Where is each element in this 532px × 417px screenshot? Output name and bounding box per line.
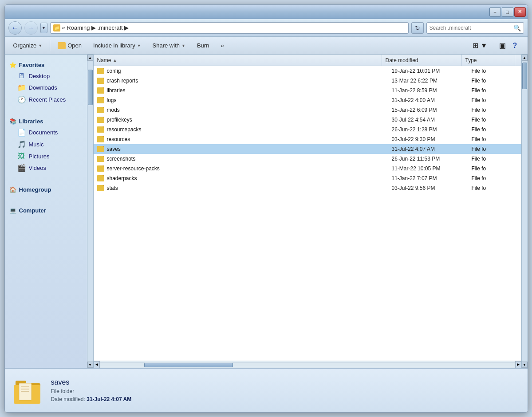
organize-button[interactable]: Organize ▼ bbox=[8, 39, 47, 53]
folder-icon bbox=[97, 97, 104, 103]
folder-icon bbox=[97, 185, 104, 191]
main-window: – □ ✕ ← → ▼ 📁 « Roaming ▶ .minecraft ▶ ↻… bbox=[4, 4, 528, 413]
sidebar-scrollbar[interactable]: ▲ ▼ bbox=[87, 55, 93, 368]
share-with-button[interactable]: Share with ▼ bbox=[148, 39, 190, 53]
status-bar: saves File folder Date modified: 31-Jul-… bbox=[5, 368, 528, 412]
file-cell-name: mods bbox=[94, 105, 388, 115]
sidebar-item-downloads[interactable]: 📁 Downloads bbox=[5, 82, 93, 94]
sidebar-item-desktop[interactable]: 🖥 Desktop bbox=[5, 70, 93, 82]
file-name: config bbox=[107, 68, 121, 74]
h-scroll-left-btn[interactable]: ◀ bbox=[94, 361, 100, 368]
maximize-button[interactable]: □ bbox=[502, 7, 513, 17]
sidebar-item-documents[interactable]: 📄 Documents bbox=[5, 126, 93, 138]
include-library-button[interactable]: Include in library ▼ bbox=[88, 39, 146, 53]
file-row[interactable]: saves 31-Jul-22 4:07 AM File fo bbox=[94, 144, 521, 154]
file-cell-date: 19-Jan-22 10:01 PM bbox=[388, 66, 468, 76]
file-cell-date: 03-Jul-22 9:56 PM bbox=[388, 183, 468, 193]
libraries-header: 📚 Libraries bbox=[5, 114, 93, 126]
file-cell-date: 11-Mar-22 10:05 PM bbox=[388, 164, 468, 173]
file-cell-date: 26-Jun-22 1:28 PM bbox=[388, 125, 468, 134]
recent-label: Recent Places bbox=[29, 96, 89, 103]
open-button[interactable]: Open bbox=[53, 39, 87, 53]
file-scrollbar[interactable]: ▲ ▼ bbox=[521, 55, 528, 368]
computer-icon: 💻 bbox=[9, 207, 16, 214]
file-cell-date: 31-Jul-22 4:07 AM bbox=[388, 144, 468, 154]
burn-label: Burn bbox=[197, 42, 209, 49]
col-header-date[interactable]: Date modified bbox=[382, 55, 462, 66]
search-bar[interactable]: 🔍 bbox=[426, 22, 524, 34]
folder-icon bbox=[97, 87, 104, 94]
file-cell-name: resources bbox=[94, 134, 388, 144]
toolbar: Organize ▼ Open Include in library ▼ Sha… bbox=[5, 37, 528, 55]
file-row[interactable]: shaderpacks 11-Jan-22 7:07 PM File fo bbox=[94, 173, 521, 183]
file-row[interactable]: server-resource-packs 11-Mar-22 10:05 PM… bbox=[94, 164, 521, 173]
file-cell-name: config bbox=[94, 66, 388, 76]
file-row[interactable]: mods 15-Jan-22 6:09 PM File fo bbox=[94, 105, 521, 115]
sidebar-scroll-down-btn[interactable]: ▼ bbox=[87, 362, 93, 368]
file-area: Name ▲ Date modified Type config 19-Jan-… bbox=[94, 55, 521, 368]
sidebar-sep-3 bbox=[5, 198, 93, 204]
file-name: libraries bbox=[107, 87, 126, 94]
search-icon[interactable]: 🔍 bbox=[513, 24, 521, 31]
preview-info: saves File folder Date modified: 31-Jul-… bbox=[51, 378, 132, 402]
minimize-button[interactable]: – bbox=[489, 7, 501, 17]
burn-button[interactable]: Burn bbox=[192, 39, 214, 53]
refresh-button[interactable]: ↻ bbox=[411, 22, 424, 34]
sidebar-scroll[interactable]: ⭐ Favorites 🖥 Desktop 📁 Downloads 🕐 Rece… bbox=[5, 55, 93, 368]
sidebar-item-videos[interactable]: 🎬 Videos bbox=[5, 162, 93, 174]
file-row[interactable]: stats 03-Jul-22 9:56 PM File fo bbox=[94, 183, 521, 193]
sidebar-scroll-track[interactable] bbox=[87, 61, 93, 362]
file-row[interactable]: logs 31-Jul-22 4:00 AM File fo bbox=[94, 95, 521, 105]
preview-type: File folder bbox=[51, 388, 132, 394]
file-row[interactable]: resourcepacks 26-Jun-22 1:28 PM File fo bbox=[94, 125, 521, 134]
file-list[interactable]: config 19-Jan-22 10:01 PM File fo crash-… bbox=[94, 66, 521, 361]
h-scroll-thumb[interactable] bbox=[144, 363, 233, 367]
search-input[interactable] bbox=[430, 25, 512, 31]
libraries-section: 📚 Libraries 📄 Documents 🎵 Music 🖼 Pictur… bbox=[5, 114, 93, 174]
file-cell-type: File fo bbox=[468, 125, 521, 134]
share-with-arrow-icon: ▼ bbox=[181, 43, 185, 48]
h-scroll-track[interactable] bbox=[100, 362, 515, 367]
horizontal-scrollbar[interactable]: ◀ ▶ bbox=[94, 361, 521, 368]
file-row[interactable]: libraries 11-Jan-22 8:59 PM File fo bbox=[94, 86, 521, 95]
file-cell-date: 11-Jan-22 7:07 PM bbox=[388, 173, 468, 183]
close-button[interactable]: ✕ bbox=[514, 7, 526, 17]
file-row[interactable]: crash-reports 13-Mar-22 6:22 PM File fo bbox=[94, 76, 521, 86]
back-button[interactable]: ← bbox=[8, 21, 22, 35]
sidebar-scroll-up-btn[interactable]: ▲ bbox=[87, 55, 93, 61]
file-list-header: Name ▲ Date modified Type bbox=[94, 55, 521, 66]
file-cell-type: File fo bbox=[468, 144, 521, 154]
file-cell-type: File fo bbox=[468, 164, 521, 173]
file-name: saves bbox=[107, 146, 121, 152]
file-scroll-track[interactable] bbox=[522, 61, 528, 362]
file-scroll-thumb[interactable] bbox=[522, 63, 527, 89]
file-row[interactable]: profilekeys 30-Jul-22 4:54 AM File fo bbox=[94, 115, 521, 125]
breadcrumb-bar[interactable]: 📁 « Roaming ▶ .minecraft ▶ bbox=[50, 22, 409, 34]
help-button[interactable]: ? bbox=[512, 40, 524, 51]
videos-label: Videos bbox=[29, 165, 89, 171]
col-header-name[interactable]: Name ▲ bbox=[94, 55, 382, 66]
col-header-type[interactable]: Type bbox=[462, 55, 515, 66]
view-options-button[interactable]: ⊞ ▼ bbox=[468, 39, 492, 53]
sidebar-scroll-thumb[interactable] bbox=[88, 70, 93, 105]
file-row[interactable]: config 19-Jan-22 10:01 PM File fo bbox=[94, 66, 521, 76]
sidebar-item-pictures[interactable]: 🖼 Pictures bbox=[5, 150, 93, 162]
file-row[interactable]: resources 03-Jul-22 9:30 PM File fo bbox=[94, 134, 521, 144]
include-library-label: Include in library bbox=[93, 42, 135, 49]
more-button[interactable]: » bbox=[216, 39, 229, 53]
nav-dropdown[interactable]: ▼ bbox=[40, 23, 47, 33]
file-name: stats bbox=[107, 185, 118, 191]
sidebar-item-music[interactable]: 🎵 Music bbox=[5, 138, 93, 150]
file-name: screenshots bbox=[107, 156, 136, 162]
sidebar-item-recent[interactable]: 🕐 Recent Places bbox=[5, 94, 93, 106]
file-scroll-down-btn[interactable]: ▼ bbox=[522, 362, 528, 368]
favorites-label: Favorites bbox=[19, 62, 45, 68]
folder-icon bbox=[97, 146, 104, 152]
preview-pane-button[interactable]: ▣ bbox=[494, 39, 511, 53]
file-scroll-up-btn[interactable]: ▲ bbox=[522, 55, 528, 61]
pictures-icon: 🖼 bbox=[17, 152, 25, 160]
file-cell-name: logs bbox=[94, 95, 388, 105]
file-row[interactable]: screenshots 26-Jun-22 11:53 PM File fo bbox=[94, 154, 521, 164]
h-scroll-right-btn[interactable]: ▶ bbox=[515, 361, 521, 368]
forward-button[interactable]: → bbox=[24, 21, 38, 35]
